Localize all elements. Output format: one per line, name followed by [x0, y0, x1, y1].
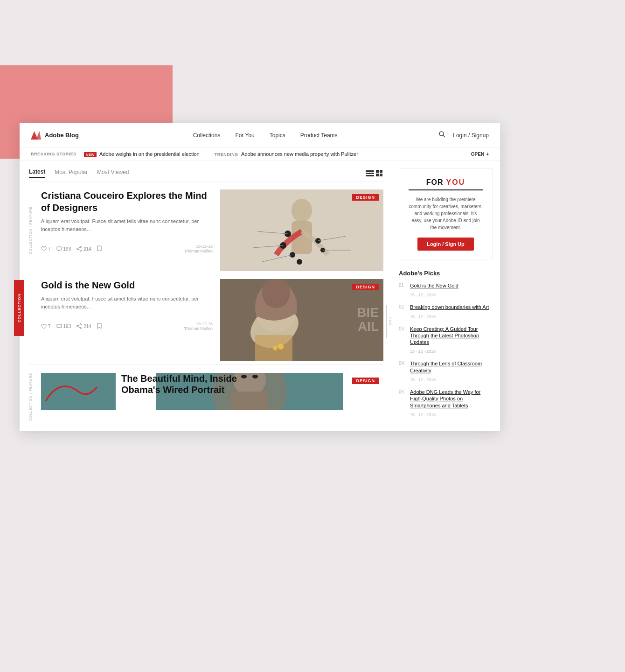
article-1-likes: 7 — [41, 246, 51, 252]
bookmark-icon[interactable] — [97, 245, 102, 252]
pick-item-4: 04 Through the Lens of Classroom Creativ… — [399, 360, 493, 383]
article-1-date-author: 10-12-16 Thomas Mullen — [184, 244, 213, 253]
pick-3-number: 03 — [399, 326, 406, 332]
new-badge: NEW — [84, 152, 97, 157]
main-nav: Collections For You Topics Product Teams — [91, 132, 439, 139]
plus-icon: + — [486, 152, 489, 157]
comment-icon-2 — [56, 324, 62, 329]
breaking-story-2[interactable]: Adobe announces new media property with … — [241, 151, 358, 157]
svg-rect-5 — [380, 170, 382, 173]
nav-collections[interactable]: Collections — [193, 132, 221, 139]
pick-2-date: 15 · 12 · 2016 — [410, 315, 436, 319]
article-2-badge: DESIGN — [352, 284, 379, 290]
article-2-img-placeholder: BIEAIL DESIGN — [220, 279, 383, 361]
breaking-story-1[interactable]: Adobe weighs in on the presidential elec… — [99, 151, 200, 157]
pick-2-link[interactable]: Breaking down boundaries with Art — [410, 304, 493, 310]
svg-point-39 — [273, 346, 278, 350]
nav-topics[interactable]: Topics — [270, 132, 285, 139]
pick-1-content: Gold is the New Gold 15 · 12 · 2016 — [410, 282, 493, 298]
article-1-side-label: COLLECTION | FEATURE — [29, 189, 37, 271]
you-text: YOU — [446, 178, 465, 187]
for-you-vertical-text: FOR — [389, 317, 392, 327]
open-button[interactable]: OPEN + — [471, 152, 489, 157]
tab-latest[interactable]: Latest — [29, 168, 45, 178]
svg-point-15 — [292, 199, 312, 222]
article-1-shares: 214 — [76, 246, 91, 252]
article-1-img-placeholder: DESIGN — [220, 189, 383, 271]
article-3-side-text: COLLECTION | FEATURE — [29, 373, 32, 421]
right-sidebar: FOR FOR YOU We are building the premiere… — [393, 161, 500, 431]
article-3-badge: DESIGN — [352, 378, 379, 384]
svg-point-30 — [80, 328, 82, 329]
logo-area: Adobe Blog — [31, 131, 91, 140]
svg-point-2 — [439, 132, 444, 136]
pick-2-number: 02 — [399, 304, 406, 310]
article-1-meta: 7 193 — [41, 244, 213, 253]
pick-3-link[interactable]: Keep Creating: A Guided Tour Through the… — [410, 326, 493, 346]
trending-label: TRENDING — [215, 152, 238, 157]
pick-5-number: 05 — [399, 389, 406, 395]
list-view-icon — [366, 170, 374, 176]
article-3-text-block: The Beautiful Mind, Inside Obama's Wired… — [116, 369, 256, 401]
article-2-date-author: 10-12-16 Thomas Mullen — [184, 322, 213, 331]
nav-for-you[interactable]: For You — [235, 132, 254, 139]
svg-point-36 — [262, 279, 290, 308]
article-1-image[interactable]: DESIGN — [220, 189, 383, 271]
side-tab-label: COLLECTION — [17, 294, 21, 322]
article-2-likes: 7 — [41, 324, 51, 329]
svg-marker-1 — [36, 131, 41, 140]
tab-most-popular[interactable]: Most Popular — [55, 169, 88, 177]
article-2-overlay: BIEAIL — [357, 306, 379, 335]
bookmark-icon-2[interactable] — [97, 323, 102, 330]
svg-rect-6 — [376, 174, 379, 176]
pick-4-number: 04 — [399, 360, 406, 366]
svg-line-33 — [78, 327, 80, 328]
view-toggle[interactable] — [366, 170, 383, 176]
login-signup-link[interactable]: Login / Signup — [453, 132, 489, 139]
article-1-title[interactable]: Cristiana Couceiro Explores the Mind of … — [41, 189, 213, 214]
breaking-label: Breaking Stories — [31, 152, 76, 156]
article-2-comments: 193 — [56, 324, 71, 329]
pick-4-link[interactable]: Through the Lens of Classroom Creativity — [410, 360, 493, 374]
pick-item-2: 02 Breaking down boundaries with Art 15 … — [399, 304, 493, 320]
pick-4-content: Through the Lens of Classroom Creativity… — [410, 360, 493, 383]
bookmark-svg — [97, 245, 102, 252]
pick-1-link[interactable]: Gold is the New Gold — [410, 282, 493, 289]
article-tabs: Latest Most Popular Most Viewed — [29, 168, 383, 182]
comment-icon — [56, 246, 62, 252]
article-3-title[interactable]: The Beautiful Mind, Inside Obama's Wired… — [121, 373, 250, 395]
article-1-comments: 193 — [56, 246, 71, 252]
pick-5-date: 15 · 12 · 2016 — [410, 413, 436, 417]
for-you-login-button[interactable]: Login / Sign Up — [417, 238, 474, 251]
svg-point-31 — [77, 326, 78, 327]
article-2-shares: 214 — [76, 323, 91, 329]
search-icon[interactable] — [439, 131, 445, 139]
article-card-3: COLLECTION | FEATURE — [29, 369, 383, 421]
svg-point-9 — [80, 246, 82, 248]
nav-product-teams[interactable]: Product Teams — [300, 132, 338, 139]
share-icon — [76, 246, 82, 252]
article-3-thumbnail — [41, 373, 116, 421]
heart-icon-2 — [41, 324, 47, 329]
svg-point-29 — [80, 324, 82, 325]
pick-2-content: Breaking down boundaries with Art 15 · 1… — [410, 304, 493, 320]
svg-rect-7 — [380, 174, 382, 176]
article-2-image[interactable]: BIEAIL DESIGN — [220, 279, 383, 361]
adobes-picks-title: Adobe's Picks — [399, 270, 493, 277]
bookmark-svg-2 — [97, 323, 102, 329]
article-1-text: Cristiana Couceiro Explores the Mind of … — [41, 189, 220, 271]
svg-line-32 — [78, 325, 80, 326]
pick-3-content: Keep Creating: A Guided Tour Through the… — [410, 326, 493, 355]
article-card-2: Gold is the New Gold Aliquam erat volutp… — [29, 279, 383, 365]
article-1-badge: DESIGN — [352, 194, 379, 201]
adobe-logo-icon — [31, 131, 41, 140]
pick-1-number: 01 — [399, 282, 406, 288]
article-2-meta: 7 193 — [41, 322, 213, 331]
pick-4-date: 15 · 12 · 2016 — [410, 378, 436, 382]
pick-5-link[interactable]: Adobe DNG Leads the Way for High-Quality… — [410, 389, 493, 409]
tab-most-viewed[interactable]: Most Viewed — [97, 169, 129, 177]
article-2-title[interactable]: Gold is the New Gold — [41, 279, 213, 291]
pick-3-date: 15 · 12 · 2016 — [410, 349, 436, 354]
svg-rect-8 — [57, 247, 62, 250]
pick-item-1: 01 Gold is the New Gold 15 · 12 · 2016 — [399, 282, 493, 298]
